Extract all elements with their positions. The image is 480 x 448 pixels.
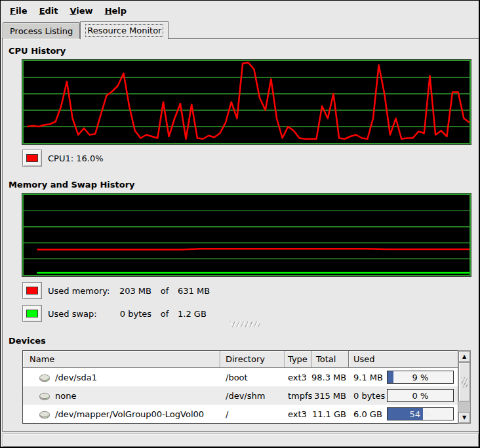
devices-table: Name Directory Type Total Used /dev/sda1… (22, 350, 458, 424)
used-memory-legend: Used memory: 203 MB of 631 MB (22, 282, 210, 299)
devices-title: Devices (9, 336, 46, 346)
menu-bar: File Edit View Help (1, 1, 478, 20)
device-total: 315 MB (311, 391, 349, 401)
device-name: /dev/mapper/VolGroup00-LogVol00 (55, 409, 204, 419)
device-type: tmpfs (285, 391, 311, 401)
device-name: /dev/sda1 (55, 373, 97, 382)
memory-history-title: Memory and Swap History (9, 180, 135, 190)
scrollbar-thumb[interactable] (458, 362, 470, 401)
used-memory-value: 203 MB (111, 286, 151, 296)
device-name: none (55, 391, 76, 401)
menu-help[interactable]: Help (99, 2, 132, 20)
device-type: ext3 (285, 409, 311, 419)
column-header-directory[interactable]: Directory (220, 351, 285, 368)
usage-progress-bar: 54 % (387, 407, 454, 420)
column-header-type[interactable]: Type (285, 351, 311, 368)
device-total: 11.1 GB (311, 409, 349, 419)
usage-percent-label: 9 % (388, 371, 453, 383)
cpu-graph-canvas (24, 61, 470, 143)
total-swap-value: 1.2 GB (178, 309, 207, 319)
cpu-legend: CPU1: 16.0% (22, 150, 104, 167)
memory-history-graph (22, 193, 471, 276)
used-memory-color-icon (26, 287, 38, 295)
cpu-history-graph (22, 60, 471, 144)
usage-progress-bar: 9 % (387, 371, 454, 384)
devices-scrollbar[interactable]: ▲ ▼ (458, 350, 471, 424)
used-swap-legend: Used swap: 0 bytes of 1.2 GB (22, 305, 207, 322)
column-header-used[interactable]: Used (349, 351, 458, 368)
cpu-history-title: CPU History (9, 46, 66, 56)
used-memory-label: Used memory: (48, 286, 111, 296)
used-swap-color-icon (26, 310, 38, 317)
pane-resize-grip[interactable] (230, 321, 260, 327)
device-total: 98.3 MB (311, 373, 349, 382)
menu-view[interactable]: View (64, 2, 99, 20)
disk-icon (39, 391, 50, 401)
device-directory: / (220, 409, 285, 419)
cpu1-color-swatch (22, 150, 42, 167)
memory-graph-canvas (24, 195, 470, 275)
tab-bar: Process Listing Resource Monitor (3, 20, 169, 39)
used-swap-of: of (151, 309, 178, 319)
tab-resource-monitor[interactable]: Resource Monitor (80, 21, 169, 39)
menu-file[interactable]: File (4, 2, 33, 20)
menu-edit[interactable]: Edit (33, 2, 64, 20)
scroll-up-icon[interactable]: ▲ (458, 351, 470, 362)
scroll-down-icon[interactable]: ▼ (458, 412, 470, 423)
cpu1-color-icon (26, 154, 38, 162)
used-swap-color-swatch (22, 305, 42, 322)
used-memory-color-swatch (22, 282, 42, 299)
device-used: 6.0 GB (353, 409, 382, 419)
used-swap-value: 0 bytes (111, 309, 151, 319)
tab-resource-monitor-label: Resource Monitor (86, 25, 163, 36)
device-directory: /dev/shm (220, 391, 285, 401)
tab-process-listing[interactable]: Process Listing (3, 22, 80, 39)
device-used: 9.1 MB (353, 373, 383, 382)
usage-percent-label: 54 % (388, 408, 453, 420)
usage-percent-label: 0 % (388, 390, 453, 401)
column-header-total[interactable]: Total (311, 351, 349, 368)
total-memory-value: 631 MB (178, 286, 210, 296)
column-header-name[interactable]: Name (23, 351, 220, 368)
used-memory-of: of (151, 286, 178, 296)
used-swap-label: Used swap: (48, 309, 111, 319)
status-bar (3, 434, 479, 447)
usage-progress-bar: 0 % (387, 389, 454, 402)
device-type: ext3 (285, 373, 311, 382)
system-monitor-window: { "menu": { "items": [ {"label": "File"}… (0, 0, 480, 448)
cpu1-legend-label: CPU1: 16.0% (48, 153, 104, 163)
device-directory: /boot (220, 373, 285, 382)
table-row[interactable]: none /dev/shm tmpfs 315 MB 0 bytes 0 % (23, 386, 458, 405)
disk-icon (39, 373, 50, 382)
device-used: 0 bytes (353, 391, 385, 401)
tab-process-listing-label: Process Listing (9, 26, 74, 37)
table-row[interactable]: /dev/sda1 /boot ext3 98.3 MB 9.1 MB 9 % (23, 368, 458, 386)
table-row[interactable]: /dev/mapper/VolGroup00-LogVol00 / ext3 1… (23, 405, 458, 423)
disk-icon (39, 409, 50, 419)
devices-table-header: Name Directory Type Total Used (23, 351, 458, 368)
